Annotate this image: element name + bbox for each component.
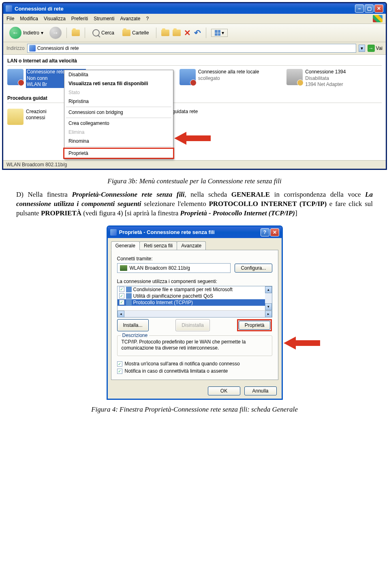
cm-status: Stato xyxy=(64,88,173,97)
description-groupbox: Descrizione TCP/IP. Protocollo predefini… xyxy=(117,335,272,356)
cm-properties[interactable]: Proprietà xyxy=(64,149,173,158)
cm-delete: Elimina xyxy=(64,128,173,137)
service-icon xyxy=(126,287,132,292)
scroll-left-button[interactable]: ◂ xyxy=(118,311,124,318)
scroll-down-button[interactable]: ▾ xyxy=(265,303,272,310)
install-button[interactable]: Installa... xyxy=(117,319,149,331)
menu-file[interactable]: File xyxy=(6,16,14,21)
scroll-right-button[interactable]: ▸ xyxy=(265,311,272,318)
figure-caption-3b: Figura 3b: Menù contestuale per la Conne… xyxy=(16,177,373,185)
adapter-field: WLAN Broadcom 802.11b/g xyxy=(117,263,231,273)
wizard-line1: Creazioni xyxy=(26,109,47,115)
help-button[interactable]: ? xyxy=(261,228,269,236)
text-bold: PROTOCOLLO INTERNET (TCP/IP) xyxy=(209,200,327,208)
separator xyxy=(156,28,156,38)
svg-marker-1 xyxy=(284,337,320,350)
menu-favorites[interactable]: Preferiti xyxy=(71,16,88,21)
text: (vedi figura 4) [si aprirà la finestra xyxy=(81,209,180,217)
menu-edit[interactable]: Modifica xyxy=(20,16,38,21)
tab-general[interactable]: Generale xyxy=(111,241,140,250)
go-label: Vai xyxy=(376,45,383,51)
menu-view[interactable]: Visualizza xyxy=(44,16,66,21)
ok-button[interactable]: OK xyxy=(208,386,240,395)
scroll-track[interactable] xyxy=(265,293,272,303)
properties-button[interactable]: Proprietà xyxy=(239,321,271,330)
instruction-paragraph: D) Nella finestra Proprietà-Connessione … xyxy=(16,190,373,218)
checkbox-label: Mostra un'icona sull'area di notifica qu… xyxy=(125,361,240,367)
window-title: Connessioni di rete xyxy=(15,6,64,12)
connection-1394[interactable]: Connessione 1394 Disabilitata 1394 Net A… xyxy=(286,69,382,88)
cm-view-networks[interactable]: Visualizza reti senza fili disponibili xyxy=(64,79,173,88)
menu-advanced[interactable]: Avanzate xyxy=(120,16,141,21)
menu-help[interactable]: ? xyxy=(146,16,149,21)
text: Nella finestra xyxy=(28,191,72,198)
cancel-button[interactable]: Annulla xyxy=(244,386,277,395)
text-bold: GENERALE xyxy=(231,191,270,198)
cm-rename[interactable]: Rinomina xyxy=(64,137,173,146)
configure-button[interactable]: Configura... xyxy=(235,264,272,273)
list-item[interactable]: ✓ Utilità di pianificazione pacchetti Qo… xyxy=(118,293,272,299)
cm-separator xyxy=(66,107,171,107)
views-icon xyxy=(215,30,220,36)
move-to-icon[interactable] xyxy=(161,30,169,36)
checkbox-icon[interactable]: ✓ xyxy=(119,293,124,298)
menu-tools[interactable]: Strumenti xyxy=(94,16,114,21)
list-item-selected[interactable]: ✓ Protocollo Internet (TCP/IP) xyxy=(118,299,272,306)
cm-shortcut[interactable]: Crea collegamento xyxy=(64,119,173,128)
address-dropdown[interactable]: ▾ xyxy=(359,45,365,52)
close-button[interactable]: ✕ xyxy=(374,4,383,13)
wizard2-line1: guidata rete xyxy=(172,109,198,115)
checkbox-icon[interactable]: ✓ xyxy=(119,287,124,292)
copy-to-icon[interactable] xyxy=(173,30,181,36)
wireless-connection-icon xyxy=(7,69,24,85)
address-value: Connessioni di rete xyxy=(37,45,79,51)
connect-via-label: Connetti tramite: xyxy=(117,256,272,262)
horizontal-scrollbar[interactable]: ◂ ▸ xyxy=(118,310,272,317)
components-listbox[interactable]: ✓ Condivisione file e stampanti per reti… xyxy=(117,286,272,318)
list-marker: D) xyxy=(16,191,24,198)
search-button[interactable]: Cerca xyxy=(90,28,117,37)
connection-lan[interactable]: Connessione alla rete locale scollegato xyxy=(180,69,275,85)
views-button[interactable]: ▾ xyxy=(211,29,228,37)
tab-wireless-networks[interactable]: Reti senza fili xyxy=(139,241,177,250)
svg-marker-0 xyxy=(174,132,211,145)
lan-connection-icon xyxy=(180,69,196,85)
notify-icon-checkbox-row[interactable]: ✓ Mostra un'icona sull'area di notifica … xyxy=(117,361,272,367)
cm-repair[interactable]: Ripristina xyxy=(64,97,173,106)
text-bold: PROPRIETÀ xyxy=(41,209,81,217)
list-item[interactable]: ✓ Condivisione file e stampanti per reti… xyxy=(118,286,272,293)
red-arrow-annotation xyxy=(174,131,211,146)
uninstall-button: Disinstalla xyxy=(175,319,210,331)
go-button[interactable]: → Vai xyxy=(368,45,383,52)
scroll-up-button[interactable]: ▴ xyxy=(265,286,272,293)
dialog-container: Proprietà - Connessione rete senza fili … xyxy=(0,225,389,400)
description-title: Descrizione xyxy=(121,333,150,338)
checkbox-icon[interactable]: ✓ xyxy=(117,369,122,374)
limited-connectivity-checkbox-row[interactable]: ✓ Notifica in caso di connettività limit… xyxy=(117,368,272,374)
cm-disable[interactable]: Disabilita xyxy=(64,70,173,79)
maximize-button[interactable]: ▢ xyxy=(365,4,374,13)
wizard-item-1[interactable]: Creazioni connessi xyxy=(7,109,47,125)
undo-icon[interactable]: ↶ xyxy=(194,28,201,38)
address-field[interactable]: Connessioni di rete xyxy=(27,44,356,53)
separator xyxy=(206,28,206,38)
delete-icon[interactable]: ✕ xyxy=(184,28,191,38)
checkbox-icon[interactable]: ✓ xyxy=(117,361,122,367)
back-button[interactable]: ← Indietro ▾ xyxy=(6,26,46,40)
context-menu: Disabilita Visualizza reti senza fili di… xyxy=(64,70,173,159)
search-label: Cerca xyxy=(101,30,114,36)
text: in corrispondenza della voce xyxy=(270,191,365,198)
addressbar: Indirizzo Connessioni di rete ▾ → Vai xyxy=(3,42,386,55)
minimize-button[interactable]: – xyxy=(355,4,364,13)
tab-advanced[interactable]: Avanzate xyxy=(177,241,206,250)
forward-button[interactable]: → xyxy=(49,27,62,39)
close-button[interactable]: ✕ xyxy=(270,228,279,236)
wizard-item-2[interactable]: guidata rete xyxy=(172,109,198,125)
cm-separator xyxy=(66,146,171,147)
up-folder-icon[interactable] xyxy=(72,30,80,36)
separator xyxy=(85,28,85,38)
checkbox-icon[interactable]: ✓ xyxy=(119,300,124,305)
folders-button[interactable]: Cartelle xyxy=(120,29,151,37)
cm-bridge[interactable]: Connessioni con bridging xyxy=(64,108,173,117)
dialog-footer: OK Annulla xyxy=(108,383,282,399)
